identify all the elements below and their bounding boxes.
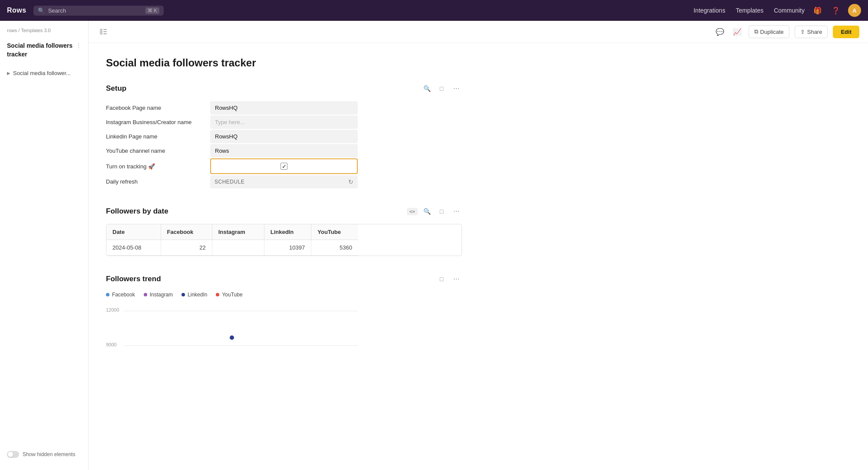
followers-section-header: Followers by date <> 🔍 □ ⋯ [106, 206, 462, 217]
linkedin-name-input[interactable] [210, 130, 358, 143]
chart-icon[interactable]: 📈 [731, 26, 743, 38]
sidebar-doc-title: Social media followers tracker [7, 42, 76, 59]
instagram-legend-label: Instagram [150, 292, 173, 298]
tracking-checkbox[interactable]: ✓ [281, 163, 287, 170]
legend-facebook: Facebook [106, 292, 135, 298]
main-layout: rows / Templates 3.0 Social media follow… [0, 21, 868, 470]
instagram-legend-dot [144, 293, 147, 296]
edit-button[interactable]: Edit [833, 26, 859, 38]
setup-comment-icon[interactable]: □ [436, 83, 447, 94]
code-icon: <> [409, 209, 415, 214]
tracking-checkbox-cell[interactable]: ✓ [210, 158, 358, 174]
sidebar-toggle-icon[interactable] [97, 26, 109, 38]
breadcrumb: rows / Templates 3.0 [0, 28, 88, 38]
show-hidden-label: Show hidden elements [23, 451, 75, 457]
instagram-name-input[interactable] [210, 115, 358, 129]
share-icon: ⇧ [800, 29, 805, 35]
youtube-name-input[interactable] [210, 144, 358, 158]
sidebar-items: ▶ Social media follower... [0, 66, 88, 81]
followers-section-title: Followers by date [106, 207, 407, 216]
nav-templates[interactable]: Templates [736, 7, 763, 14]
code-badge[interactable]: <> [407, 208, 418, 215]
daily-refresh-label: Daily refresh [106, 175, 210, 188]
nav-icons: 🎁 ❓ A [812, 4, 861, 17]
refresh-icon[interactable]: ↻ [348, 178, 354, 185]
cell-facebook: 22 [161, 240, 212, 256]
svg-rect-1 [103, 29, 107, 30]
page-title: Social media followers tracker [106, 57, 462, 69]
trend-section-title: Followers trend [106, 275, 436, 283]
instagram-name-label: Instagram Business/Creator name [106, 115, 210, 129]
cell-linkedin: 10397 [264, 240, 311, 256]
search-label: Search [48, 7, 142, 14]
top-navigation: Rows 🔍 Search ⌘ K Integrations Templates… [0, 0, 868, 21]
col-facebook: Facebook [161, 224, 212, 240]
main-toolbar: 💬 📈 ⧉ Duplicate ⇧ Share Edit [89, 21, 868, 43]
setup-more-icon[interactable]: ⋯ [451, 83, 462, 94]
help-icon[interactable]: ❓ [830, 4, 842, 16]
page-body: Social media followers tracker Setup 🔍 □… [89, 43, 479, 404]
app-logo[interactable]: Rows [7, 7, 26, 14]
gift-icon[interactable]: 🎁 [812, 4, 824, 16]
main-content: 💬 📈 ⧉ Duplicate ⇧ Share Edit Social medi… [89, 21, 868, 470]
youtube-legend-label: YouTube [222, 292, 242, 298]
form-row-linkedin: Linkedin Page name [106, 130, 358, 143]
followers-more-icon[interactable]: ⋯ [451, 206, 462, 217]
sidebar-item-label: Social media follower... [13, 70, 71, 76]
avatar[interactable]: A [848, 4, 861, 17]
cell-date: 2024-05-08 [106, 240, 161, 256]
followers-table: Date Facebook Instagram LinkedIn YouTube… [106, 224, 358, 256]
nav-community[interactable]: Community [774, 7, 805, 14]
youtube-legend-dot [216, 293, 219, 296]
setup-section-header: Setup 🔍 □ ⋯ [106, 83, 462, 94]
followers-by-date-section: Followers by date <> 🔍 □ ⋯ Date [106, 206, 462, 256]
trend-section-header: Followers trend □ ⋯ [106, 273, 462, 285]
chart-area: 12000 9000 [106, 303, 358, 372]
chevron-icon[interactable]: ⋮ [76, 43, 81, 49]
facebook-page-name-label: Facebook Page name [106, 101, 210, 115]
setup-section-actions: 🔍 □ ⋯ [421, 83, 462, 94]
nav-integrations[interactable]: Integrations [693, 7, 725, 14]
form-row-tracking: Turn on tracking 🚀 ✓ [106, 158, 358, 174]
setup-search-icon[interactable]: 🔍 [421, 83, 432, 94]
form-row-instagram: Instagram Business/Creator name [106, 115, 358, 129]
sidebar: rows / Templates 3.0 Social media follow… [0, 21, 89, 470]
facebook-page-name-input[interactable] [210, 101, 358, 115]
duplicate-icon: ⧉ [754, 28, 758, 35]
sidebar-bottom: Show hidden elements [0, 446, 88, 463]
svg-rect-2 [103, 31, 107, 32]
trend-comment-icon[interactable]: □ [436, 273, 447, 285]
show-hidden-toggle[interactable] [7, 451, 19, 458]
cell-instagram [212, 240, 264, 256]
trend-more-icon[interactable]: ⋯ [451, 273, 462, 285]
facebook-legend-dot [106, 293, 109, 296]
breadcrumb-section: Templates 3.0 [21, 28, 50, 33]
duplicate-button[interactable]: ⧉ Duplicate [749, 25, 789, 38]
form-row-schedule: Daily refresh SCHEDULE ↻ [106, 175, 358, 188]
daily-refresh-cell: SCHEDULE ↻ [210, 175, 358, 188]
followers-search-icon[interactable]: 🔍 [421, 206, 432, 217]
expand-arrow-icon: ▶ [7, 71, 10, 76]
search-icon: 🔍 [38, 7, 45, 14]
nav-links: Integrations Templates Community [693, 7, 805, 14]
search-shortcut: ⌘ K [145, 7, 159, 14]
sidebar-title-wrap: Social media followers tracker ⋮ [0, 38, 88, 66]
trend-section-actions: □ ⋯ [436, 273, 462, 285]
linkedin-legend-dot [182, 293, 185, 296]
chart-data-point [230, 335, 234, 340]
followers-comment-icon[interactable]: □ [436, 206, 447, 217]
cell-youtube: 5360 [311, 240, 358, 256]
chart-svg [106, 303, 358, 372]
comment-icon[interactable]: 💬 [714, 26, 726, 38]
setup-section-title: Setup [106, 84, 421, 93]
breadcrumb-home[interactable]: rows [7, 28, 17, 33]
table-row: 2024-05-08 22 10397 5360 [106, 240, 358, 256]
linkedin-name-label: Linkedin Page name [106, 130, 210, 143]
share-button[interactable]: ⇧ Share [795, 26, 828, 38]
youtube-name-label: YouTube channel name [106, 144, 210, 158]
search-bar[interactable]: 🔍 Search ⌘ K [33, 6, 164, 16]
col-linkedin: LinkedIn [264, 224, 311, 240]
sidebar-item-social-media[interactable]: ▶ Social media follower... [3, 67, 85, 79]
facebook-legend-label: Facebook [112, 292, 135, 298]
table-header-row: Date Facebook Instagram LinkedIn YouTube [106, 224, 358, 240]
